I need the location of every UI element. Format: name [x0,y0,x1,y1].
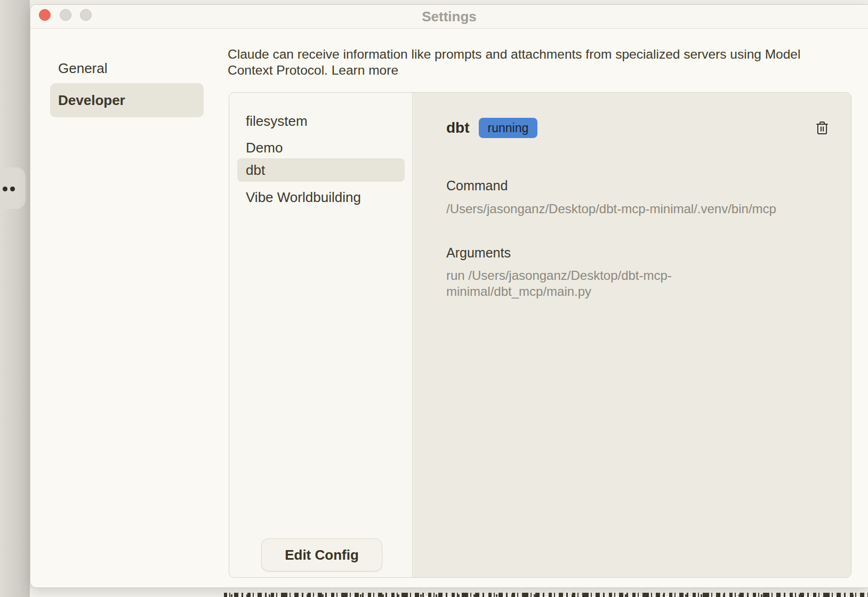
sidebar-item-label: General [58,60,108,77]
window-title: Settings [30,5,868,29]
sidebar-item-general[interactable]: General [50,51,204,85]
description-text: Claude can receive information like prom… [228,47,800,77]
server-list-item-filesystem[interactable]: filesystem [237,109,405,133]
server-detail-header: dbt running [446,117,830,139]
learn-more-link[interactable]: Learn more [332,63,398,77]
screen: Settings General Developer Claude can re… [0,0,868,597]
settings-window: Settings General Developer Claude can re… [30,4,868,588]
trash-icon [815,120,830,136]
server-list: filesystem Demo dbt Vibe Worldbuilding E… [229,93,413,577]
command-label: Command [446,178,508,193]
edit-config-button[interactable]: Edit Config [261,538,382,571]
background-overflow-menu[interactable] [0,167,26,209]
server-list-item-demo[interactable]: Demo [237,136,405,159]
mcp-servers-panel: filesystem Demo dbt Vibe Worldbuilding E… [229,92,851,578]
titlebar: Settings [30,5,868,29]
server-list-item-vibe-worldbuilding[interactable]: Vibe Worldbuilding [237,185,405,209]
ellipsis-dot [3,187,7,191]
command-value: /Users/jasonganz/Desktop/dbt-mcp-minimal… [446,201,776,217]
server-detail: dbt running Command /Users/jasonganz/Des… [413,93,851,577]
server-name-label: Vibe Worldbuilding [246,189,361,206]
sidebar-item-developer[interactable]: Developer [50,83,204,117]
status-badge: running [479,118,538,138]
server-name-label: Demo [246,140,283,156]
ellipsis-dot [10,187,15,191]
arguments-label: Arguments [446,245,511,261]
server-list-item-dbt[interactable]: dbt [237,158,405,182]
server-name-label: filesystem [246,113,308,130]
background-clipped-text [224,593,868,597]
arguments-value: run /Users/jasonganz/Desktop/dbt-mcp-min… [446,268,713,300]
delete-server-button[interactable] [815,120,830,136]
server-name-label: dbt [246,162,265,179]
background-app-strip [0,0,30,597]
sidebar-item-label: Developer [58,92,125,109]
mcp-description: Claude can receive information like prom… [228,46,803,78]
server-detail-name: dbt [446,119,470,136]
